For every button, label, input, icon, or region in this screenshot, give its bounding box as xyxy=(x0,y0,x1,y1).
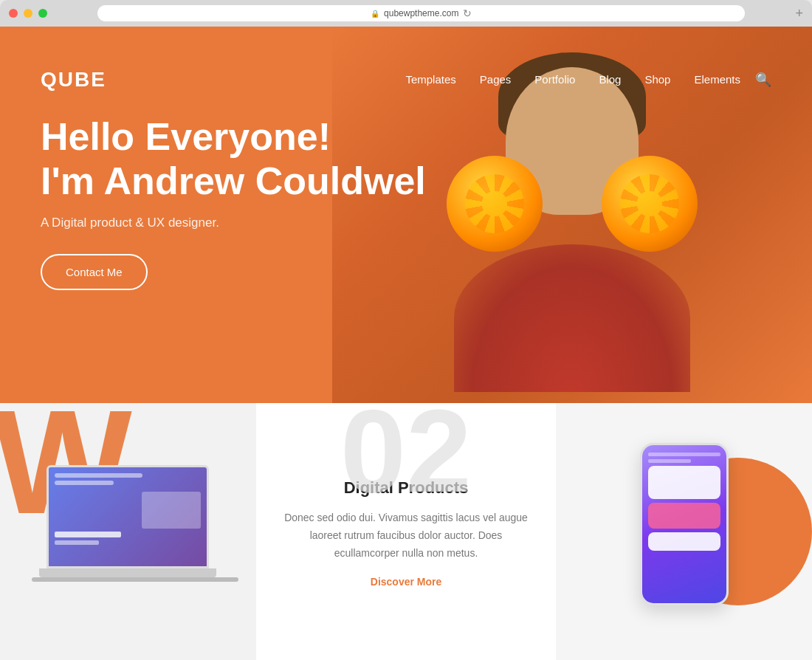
nav-link-portfolio[interactable]: Portfolio xyxy=(534,73,575,86)
laptop-mockup xyxy=(32,465,224,598)
nav-item-pages[interactable]: Pages xyxy=(480,73,512,86)
phone-card-3 xyxy=(648,532,720,551)
orange-left xyxy=(447,156,543,252)
nav-link-blog[interactable]: Blog xyxy=(599,73,621,86)
nav-item-blog[interactable]: Blog xyxy=(599,73,621,86)
contact-me-button[interactable]: Contact Me xyxy=(41,254,148,290)
main-nav: QUBE Templates Pages Portfolio Blog xyxy=(0,53,812,106)
nav-link-templates[interactable]: Templates xyxy=(405,73,455,86)
nav-link-shop[interactable]: Shop xyxy=(644,73,670,86)
laptop-screen xyxy=(47,465,209,568)
nav-item-shop[interactable]: Shop xyxy=(644,73,670,86)
screen-text-1 xyxy=(55,532,121,537)
feature-right xyxy=(556,403,812,660)
nav-item-templates[interactable]: Templates xyxy=(405,73,455,86)
feature-left: W xyxy=(0,403,256,660)
website-content: QUBE Templates Pages Portfolio Blog xyxy=(0,27,812,660)
screen-bar-2 xyxy=(55,481,113,485)
search-icon[interactable]: 🔍 xyxy=(755,72,771,88)
hero-subtitle: A Digital product & UX designer. xyxy=(41,216,426,230)
feature-description: Donec sed odio dui. Vivamus sagittis lac… xyxy=(278,509,534,562)
browser-window: 🔒 qubewptheme.com ↻ + QUBE Templates Pag… xyxy=(0,0,812,660)
hero-title-line1: Hello Everyone! xyxy=(41,115,331,158)
nav-link-pages[interactable]: Pages xyxy=(480,73,512,86)
phone-card-2 xyxy=(648,503,720,529)
phone-body xyxy=(640,443,729,605)
screen-bar-1 xyxy=(55,473,142,478)
nav-link-elements[interactable]: Elements xyxy=(694,73,740,86)
minimize-button[interactable] xyxy=(24,9,32,18)
laptop-foot xyxy=(32,577,238,582)
nav-item-elements[interactable]: Elements xyxy=(694,73,740,86)
browser-titlebar: 🔒 qubewptheme.com ↻ + xyxy=(0,0,812,27)
screen-image-sim xyxy=(142,492,201,529)
phone-bar-2 xyxy=(648,459,692,463)
close-button[interactable] xyxy=(9,9,18,18)
laptop-screen-content xyxy=(49,467,207,566)
hero-content: Hello Everyone! I'm Andrew Couldwel A Di… xyxy=(41,115,426,290)
screen-text-2 xyxy=(55,540,99,545)
site-logo[interactable]: QUBE xyxy=(41,68,106,92)
maximize-button[interactable] xyxy=(38,9,47,18)
url-text: qubewptheme.com xyxy=(384,8,458,18)
features-section: W 02 xyxy=(0,403,812,660)
phone-mockup xyxy=(633,443,736,620)
nav-links: Templates Pages Portfolio Blog Shop xyxy=(405,73,740,86)
orange-right xyxy=(602,156,698,252)
nav-item-portfolio[interactable]: Portfolio xyxy=(534,73,575,86)
hero-section: QUBE Templates Pages Portfolio Blog xyxy=(0,27,812,403)
discover-more-link[interactable]: Discover More xyxy=(371,576,441,588)
lock-icon: 🔒 xyxy=(371,10,379,18)
laptop-base xyxy=(39,568,216,577)
hero-title: Hello Everyone! I'm Andrew Couldwel xyxy=(41,115,426,204)
new-tab-button[interactable]: + xyxy=(795,6,803,21)
phone-bar-1 xyxy=(648,453,720,456)
sweater xyxy=(454,244,690,392)
feature-center: 02 Digital Products Donec sed odio dui. … xyxy=(256,403,557,660)
refresh-button[interactable]: ↻ xyxy=(463,7,472,19)
phone-card-1 xyxy=(648,466,720,499)
url-bar[interactable]: 🔒 qubewptheme.com ↻ xyxy=(97,5,745,21)
feature-bg-number: 02 xyxy=(340,403,472,510)
hero-title-line2: I'm Andrew Couldwel xyxy=(41,159,426,202)
phone-screen xyxy=(642,445,726,603)
